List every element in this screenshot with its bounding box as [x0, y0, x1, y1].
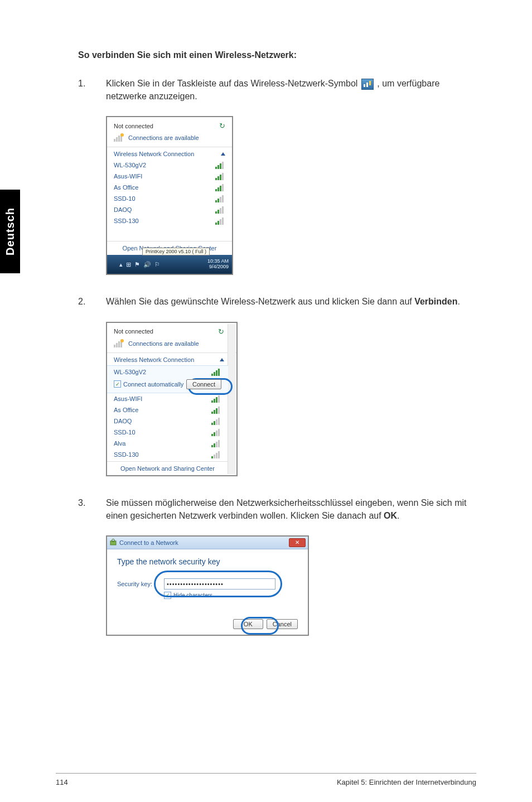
dialog-title: Connect to a Network — [119, 539, 178, 546]
signal-strength-icon — [211, 428, 221, 436]
security-key-label: Security key: — [117, 581, 164, 587]
network-item[interactable]: WL-530gV2 — [114, 369, 146, 375]
connect-button[interactable]: Connect — [186, 379, 221, 389]
dialog-icon — [109, 539, 117, 547]
taskbar: PrintKey 2000 v5.10 ( Full ) ▴ ⊞ ⚑ 🔊 ⚐ 1… — [107, 255, 232, 274]
wireless-tray-icon — [361, 79, 374, 90]
step-1: 1. Klicken Sie in der Taskleiste auf das… — [78, 77, 476, 103]
tray-network-icon[interactable]: ⊞ — [126, 261, 131, 268]
tray-volume-icon[interactable]: 🔊 — [143, 261, 151, 268]
step-text: Wählen Sie das gewünschte Wireless-Netzw… — [106, 295, 476, 308]
signal-strength-icon — [211, 451, 221, 458]
screenshot-network-flyout: Not connected ↻ Connections are availabl… — [106, 116, 233, 275]
network-item[interactable]: DAOQ — [107, 204, 232, 215]
network-name: Asus-WIFI — [114, 395, 142, 402]
step-2: 2. Wählen Sie das gewünschte Wireless-Ne… — [78, 295, 476, 308]
network-item[interactable]: WL-530gV2 — [107, 160, 232, 171]
svg-rect-5 — [114, 345, 115, 347]
network-item[interactable]: Asus-WIFI — [107, 171, 232, 182]
network-item[interactable]: As Office — [107, 182, 232, 193]
step-number: 3. — [78, 496, 106, 522]
signal-strength-icon — [211, 406, 221, 414]
hide-characters-checkbox[interactable]: ✓ — [164, 592, 171, 599]
svg-rect-6 — [116, 343, 118, 347]
network-name: DAOQ — [114, 206, 132, 213]
scrollbar[interactable] — [228, 324, 235, 474]
network-name: SSD-10 — [114, 195, 136, 202]
tray-flag-icon[interactable]: ⚐ — [154, 261, 160, 268]
signal-strength-icon — [215, 206, 225, 214]
signal-strength-icon — [215, 195, 225, 202]
screenshot-select-network: Not connected ↻ Connections are availabl… — [106, 322, 238, 476]
close-button[interactable]: ✕ — [289, 538, 306, 547]
svg-rect-7 — [118, 341, 120, 347]
signal-with-sun-icon — [114, 133, 125, 142]
wireless-section-label: Wireless Network Connection — [114, 356, 194, 363]
network-item[interactable]: SSD-130 — [107, 449, 228, 460]
page-number: 114 — [56, 778, 68, 786]
step-text: Sie müssen möglicherweise den Netzwerksi… — [106, 496, 476, 522]
not-connected-label: Not connected — [114, 328, 153, 335]
connections-available-label: Connections are available — [128, 340, 199, 347]
section-heading: So verbinden Sie sich mit einen Wireless… — [78, 50, 476, 60]
signal-with-sun-icon — [114, 339, 125, 348]
step-number: 2. — [78, 295, 106, 308]
security-key-input[interactable]: ••••••••••••••••••••• — [164, 578, 275, 590]
step-number: 1. — [78, 77, 106, 103]
signal-strength-icon — [215, 183, 225, 191]
network-name: Asus-WIFI — [114, 173, 142, 180]
language-tab-label: Deutsch — [4, 207, 17, 255]
network-name: WL-530gV2 — [114, 162, 146, 168]
refresh-icon[interactable]: ↻ — [218, 327, 224, 336]
signal-strength-icon — [215, 217, 225, 225]
signal-strength-icon — [211, 417, 221, 425]
language-tab: Deutsch — [0, 190, 20, 273]
network-name: As Office — [114, 407, 138, 413]
wireless-section-label: Wireless Network Connection — [114, 151, 194, 157]
svg-point-9 — [120, 339, 124, 342]
connections-available-label: Connections are available — [128, 134, 199, 141]
signal-strength-icon — [211, 368, 221, 376]
step-text: Klicken Sie in der Taskleiste auf das Wi… — [106, 77, 476, 103]
connect-auto-checkbox[interactable]: ✓ — [114, 380, 121, 388]
ok-button[interactable]: OK — [233, 619, 263, 629]
not-connected-label: Not connected — [114, 123, 153, 129]
hide-characters-label: Hide characters — [173, 592, 212, 598]
tray-chevron-icon[interactable]: ▴ — [119, 261, 123, 268]
network-name: Alva — [114, 440, 125, 447]
step-3: 3. Sie müssen möglicherweise den Netzwer… — [78, 496, 476, 522]
open-network-center-link[interactable]: Open Network and Sharing Center — [107, 461, 228, 475]
svg-rect-1 — [116, 137, 118, 142]
network-name: SSD-130 — [114, 218, 139, 224]
signal-strength-icon — [215, 172, 225, 180]
svg-rect-0 — [114, 139, 115, 142]
svg-rect-2 — [118, 136, 120, 142]
svg-point-4 — [120, 133, 124, 137]
refresh-icon[interactable]: ↻ — [219, 122, 225, 130]
signal-strength-icon — [211, 395, 221, 403]
network-item[interactable]: SSD-10 — [107, 427, 228, 438]
screenshot-security-key-dialog: Connect to a Network ✕ Type the network … — [106, 535, 309, 636]
network-item[interactable]: Alva — [107, 438, 228, 449]
chevron-up-icon[interactable] — [221, 152, 225, 156]
network-item[interactable]: Asus-WIFI — [107, 393, 228, 404]
network-item[interactable]: As Office — [107, 404, 228, 416]
dialog-titlebar: Connect to a Network ✕ — [107, 537, 308, 549]
chapter-label: Kapitel 5: Einrichten der Internetverbin… — [337, 778, 476, 786]
dialog-heading: Type the network security key — [117, 557, 298, 566]
signal-strength-icon — [215, 161, 225, 169]
network-item[interactable]: DAOQ — [107, 416, 228, 427]
network-name: As Office — [114, 184, 138, 191]
cancel-button[interactable]: Cancel — [267, 619, 298, 629]
signal-strength-icon — [211, 439, 221, 447]
network-name: SSD-10 — [114, 429, 136, 436]
network-name: SSD-130 — [114, 451, 139, 458]
tooltip-printkey: PrintKey 2000 v5.10 ( Full ) — [142, 248, 210, 255]
network-item[interactable]: SSD-10 — [107, 193, 232, 204]
chevron-up-icon[interactable] — [220, 358, 224, 361]
page-footer: 114 Kapitel 5: Einrichten der Internetve… — [56, 773, 476, 786]
network-name: DAOQ — [114, 418, 132, 424]
tray-power-icon[interactable]: ⚑ — [134, 261, 140, 268]
taskbar-clock[interactable]: 10:35 AM 9/4/2009 — [207, 259, 229, 270]
network-item[interactable]: SSD-130 — [107, 215, 232, 226]
